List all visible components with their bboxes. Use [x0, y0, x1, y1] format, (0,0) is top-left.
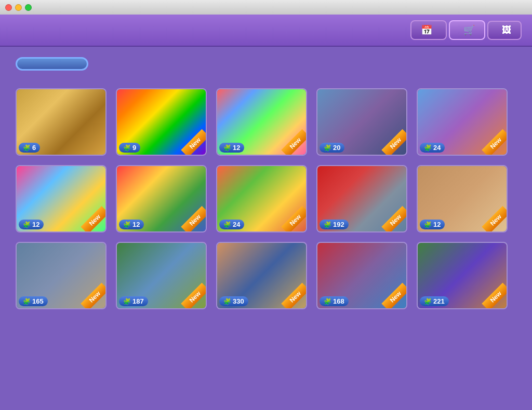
puzzle-piece-icon: 🧩: [123, 144, 131, 152]
puzzle-piece-icon: 🧩: [324, 298, 331, 305]
cart-icon: 🛒: [463, 24, 475, 36]
calendar-icon: 📅: [421, 24, 432, 36]
puzzle-piece-icon: 🧩: [123, 298, 131, 305]
piece-count: 12: [132, 221, 140, 228]
new-ribbon: [275, 277, 306, 308]
piece-count: 168: [333, 297, 344, 305]
piece-count-badge: 🧩24: [219, 220, 244, 229]
piece-count: 221: [433, 297, 445, 305]
piece-count: 330: [233, 297, 244, 305]
puzzle-item[interactable]: 🧩24: [216, 165, 307, 233]
new-ribbon: [74, 200, 105, 231]
new-ribbon: [175, 277, 206, 308]
new-ribbon: [74, 277, 105, 308]
puzzle-item[interactable]: 🧩12: [417, 165, 508, 233]
tab-treasury[interactable]: 🛒: [449, 20, 485, 40]
close-button[interactable]: [5, 4, 12, 11]
puzzle-item[interactable]: 🧩24: [417, 88, 508, 156]
puzzle-piece-icon: 🧩: [424, 298, 432, 305]
puzzle-piece-icon: 🧩: [223, 144, 231, 152]
piece-count-badge: 🧩9: [119, 143, 140, 153]
piece-count: 12: [32, 221, 39, 228]
puzzle-item[interactable]: 🧩187: [116, 242, 207, 309]
piece-count-badge: 🧩12: [119, 220, 144, 229]
puzzle-item[interactable]: 🧩168: [316, 242, 407, 309]
piece-count-badge: 🧩12: [420, 220, 445, 229]
piece-count: 12: [233, 144, 240, 152]
new-ribbon: [375, 124, 406, 155]
puzzle-piece-icon: 🧩: [324, 221, 331, 228]
puzzle-item[interactable]: 🧩192: [316, 165, 407, 233]
minimize-button[interactable]: [15, 4, 22, 11]
puzzle-item[interactable]: 🧩12: [16, 165, 107, 233]
puzzle-piece-icon: 🧩: [23, 144, 31, 152]
piece-count-badge: 🧩168: [320, 296, 349, 306]
puzzle-piece-icon: 🧩: [324, 144, 331, 152]
piece-count-badge: 🧩330: [219, 296, 248, 306]
new-ribbon: [175, 124, 206, 155]
maximize-button[interactable]: [25, 4, 32, 11]
new-ribbon: [475, 200, 507, 231]
piece-count: 12: [433, 221, 441, 228]
piece-count-badge: 🧩6: [19, 143, 40, 153]
piece-count-badge: 🧩192: [320, 220, 349, 229]
puzzle-item[interactable]: 🧩12: [116, 165, 207, 233]
new-ribbon: [275, 124, 306, 155]
piece-count: 6: [32, 144, 36, 152]
new-ribbon: [375, 277, 406, 308]
header: 📅 🛒 🖼: [0, 15, 532, 47]
puzzle-item[interactable]: 🧩9: [116, 88, 207, 156]
piece-count: 24: [433, 144, 441, 152]
make-own-puzzle-button[interactable]: [16, 57, 88, 71]
piece-count-badge: 🧩221: [420, 296, 449, 306]
puzzle-piece-icon: 🧩: [223, 221, 231, 228]
title-bar: [0, 0, 532, 15]
nav-tabs: 📅 🛒 🖼: [410, 20, 522, 40]
puzzle-item[interactable]: 🧩12: [216, 88, 307, 156]
puzzle-piece-icon: 🧩: [23, 221, 31, 228]
puzzle-piece-icon: 🧩: [23, 298, 31, 305]
puzzle-piece-icon: 🧩: [424, 144, 432, 152]
tab-calendar[interactable]: 📅: [410, 20, 447, 40]
puzzle-item[interactable]: 🧩165: [16, 242, 107, 309]
puzzle-item[interactable]: 🧩330: [216, 242, 307, 309]
puzzle-item[interactable]: 🧩20: [316, 88, 407, 156]
piece-count-badge: 🧩12: [19, 220, 44, 229]
piece-count: 24: [233, 221, 240, 228]
puzzle-piece-icon: 🧩: [223, 298, 231, 305]
piece-count: 20: [333, 144, 340, 152]
piece-count-badge: 🧩187: [119, 296, 148, 306]
piece-count-badge: 🧩20: [320, 143, 344, 153]
new-ribbon: [175, 200, 206, 231]
new-ribbon: [375, 200, 406, 231]
puzzle-item[interactable]: 🧩6: [16, 88, 107, 156]
piece-count-badge: 🧩165: [19, 296, 48, 306]
puzzle-piece-icon: 🧩: [424, 221, 432, 228]
new-ribbon: [275, 200, 306, 231]
puzzle-piece-icon: 🧩: [123, 221, 131, 228]
puzzles-icon: 🖼: [502, 25, 511, 36]
puzzle-item[interactable]: 🧩221: [417, 242, 508, 309]
piece-count-badge: 🧩12: [219, 143, 244, 153]
new-ribbon: [475, 124, 507, 155]
piece-count-badge: 🧩24: [420, 143, 445, 153]
tab-my-puzzles[interactable]: 🖼: [487, 21, 522, 40]
puzzle-grid: 🧩6🧩9🧩12🧩20🧩24🧩12🧩12🧩24🧩192🧩12🧩165🧩187🧩33…: [16, 88, 516, 309]
piece-count: 165: [32, 297, 44, 305]
piece-count: 9: [132, 144, 136, 152]
piece-count: 187: [132, 297, 144, 305]
main-content: 🧩6🧩9🧩12🧩20🧩24🧩12🧩12🧩24🧩192🧩12🧩165🧩187🧩33…: [0, 47, 532, 320]
window-controls[interactable]: [5, 4, 32, 11]
new-ribbon: [475, 277, 507, 308]
piece-count: 192: [333, 221, 344, 228]
